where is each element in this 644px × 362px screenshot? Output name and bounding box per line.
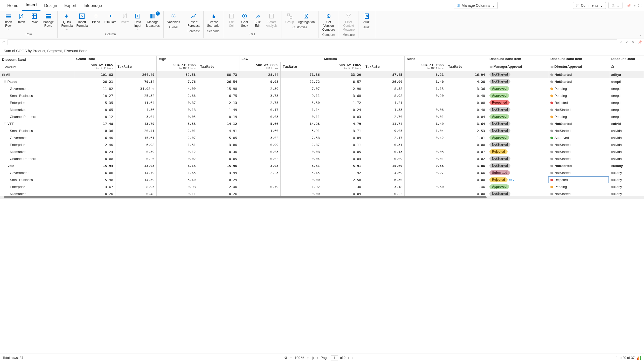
table-row[interactable]: Midmarket0.240.590.120.300.030.080.050.1… xyxy=(0,148,644,155)
expand-icon[interactable]: ⤢ xyxy=(620,40,623,44)
hdr-director[interactable]: ▭ DirectorApproval xyxy=(548,62,609,71)
director-approval-cell[interactable]: NotStarted xyxy=(548,141,609,148)
cell[interactable]: 1.30 xyxy=(322,183,363,190)
cell[interactable]: 0.31 xyxy=(363,141,405,148)
cell[interactable]: 0.20 xyxy=(405,92,446,99)
cell[interactable]: 3.36 xyxy=(446,85,487,92)
cell[interactable]: 2.13 xyxy=(198,99,239,106)
cell[interactable]: 14.59 xyxy=(115,176,156,183)
cell[interactable]: 0.07 xyxy=(446,148,487,155)
cell[interactable]: 2.90 xyxy=(322,85,363,92)
cell[interactable]: 4.56 xyxy=(115,106,156,113)
cell[interactable]: 5.66 xyxy=(239,120,281,127)
tab-design[interactable]: Design xyxy=(40,1,61,11)
cell[interactable]: 0.18 xyxy=(157,106,198,113)
simulate-button[interactable]: Simulate xyxy=(103,12,118,32)
cell[interactable]: 0.00 xyxy=(446,190,487,196)
create-scenario-button[interactable]: Create Scenario xyxy=(206,12,221,29)
manager-approval-cell[interactable]: NotStarted xyxy=(487,155,548,162)
cell[interactable]: 20.41 xyxy=(115,127,156,134)
director-approval-cell[interactable]: Pending xyxy=(548,92,609,99)
audit-button[interactable]: Audit xyxy=(361,12,373,25)
hdr-taxrate[interactable]: TaxRate xyxy=(198,62,239,71)
cell[interactable]: 0.24 xyxy=(74,148,115,155)
table-row[interactable]: Small Business8.3620.412.014.911.603.913… xyxy=(0,127,644,134)
cell[interactable]: 3.64 xyxy=(446,120,487,127)
cell[interactable]: 0.11 xyxy=(281,113,322,120)
cell[interactable]: 0.48 xyxy=(115,190,156,196)
cell[interactable]: 0.05 xyxy=(322,148,363,155)
cell[interactable]: 3.03 xyxy=(239,162,281,169)
cell[interactable]: 14.28 xyxy=(281,120,322,127)
cell[interactable]: 0.42 xyxy=(405,134,446,141)
cell[interactable]: 88.73 xyxy=(198,71,239,78)
cell[interactable]: 34.98 ✎ xyxy=(115,85,156,92)
comments-button[interactable]: + Comments ⌄ xyxy=(573,2,606,9)
cell[interactable]: 0.08 xyxy=(281,148,322,155)
table-row[interactable]: Government11.8234.98 ✎4.0015.982.397.072… xyxy=(0,85,644,92)
cell[interactable]: 32.58 xyxy=(157,71,198,78)
tab-infobridge[interactable]: Infobridge xyxy=(80,1,106,11)
cell[interactable]: 0.02 xyxy=(157,155,198,162)
hdr-taxrate[interactable]: TaxRate xyxy=(363,62,405,71)
cell[interactable]: 6.21 xyxy=(405,71,446,78)
manager-approval-cell[interactable]: Approved xyxy=(487,134,548,141)
table-row[interactable]: Paseo28.2179.547.7626.549.0822.728.5726.… xyxy=(0,78,644,85)
cell[interactable]: 11.64 xyxy=(115,99,156,106)
cell[interactable]: 6.75 xyxy=(198,92,239,99)
cell[interactable]: 2.17 xyxy=(363,134,405,141)
cell[interactable]: 1.60 xyxy=(239,127,281,134)
cell[interactable]: 5.05 xyxy=(198,134,239,141)
cell[interactable]: 15.69 xyxy=(363,162,405,169)
director-approval-cell[interactable]: Approved xyxy=(548,134,609,141)
cell[interactable]: 4.91 xyxy=(198,127,239,134)
cell[interactable]: 87.45 xyxy=(363,71,405,78)
cell[interactable]: 2.40 xyxy=(74,141,115,148)
director-approval-cell[interactable]: Pending xyxy=(548,183,609,190)
manager-approval-cell[interactable]: Approved xyxy=(487,85,548,92)
cell[interactable]: 11.82 xyxy=(74,85,115,92)
cell[interactable]: 5.91 xyxy=(322,162,363,169)
hdr-sumcogs[interactable]: Sum of COGSin Millions xyxy=(74,62,115,71)
table-row[interactable]: Government6.0614.791.633.992.235.451.924… xyxy=(0,169,644,176)
cell[interactable]: 1.04 xyxy=(405,127,446,134)
hdr-taxrate[interactable]: TaxRate xyxy=(446,62,487,71)
formula-input[interactable] xyxy=(8,39,617,45)
cell[interactable]: 3.67 xyxy=(74,183,115,190)
insert-forecast-button[interactable]: Insert Forecast xyxy=(186,12,201,29)
cell[interactable]: 43.79 xyxy=(115,120,156,127)
aggregation-button[interactable]: Aggregation xyxy=(296,12,316,25)
director-approval-cell[interactable]: NotStarted xyxy=(548,190,609,196)
cell[interactable] xyxy=(405,99,446,106)
cell[interactable]: 71.36 xyxy=(281,71,322,78)
invert-button[interactable]: Invert xyxy=(15,12,27,32)
cell[interactable]: 101.83 xyxy=(74,71,115,78)
pin-icon[interactable]: 📌 xyxy=(638,40,642,44)
manager-approval-cell[interactable]: NotStarted xyxy=(487,162,548,169)
cell[interactable]: 5.30 xyxy=(281,99,322,106)
manager-approval-cell[interactable]: Approved xyxy=(487,183,548,190)
cell[interactable]: 2.23 xyxy=(239,169,281,176)
cell[interactable]: 0.12 xyxy=(157,148,198,155)
cell[interactable]: 2.66 xyxy=(157,92,198,99)
ribbon-collapse-icon[interactable]: ⌄ xyxy=(639,33,642,37)
hdr-none[interactable]: None xyxy=(405,56,487,62)
cell[interactable]: 4.28 xyxy=(446,78,487,85)
manager-approval-cell[interactable]: NotStarted xyxy=(487,190,548,196)
cell[interactable]: 14.79 xyxy=(115,169,156,176)
filter-icon[interactable]: ≡ xyxy=(633,4,635,8)
cell[interactable]: 0.03 xyxy=(405,148,446,155)
cell[interactable]: 6.06 xyxy=(74,169,115,176)
director-approval-cell[interactable]: NotStarted xyxy=(548,169,609,176)
director-approval-cell[interactable]: NotStarted xyxy=(548,155,609,162)
director-approval-cell[interactable]: NotStarted xyxy=(548,78,609,85)
cell[interactable]: 264.49 xyxy=(115,71,156,78)
cell[interactable]: 3.40 xyxy=(157,176,198,183)
data-input-button[interactable]: Data Input⌄ xyxy=(131,12,144,32)
cell[interactable]: 0.02 xyxy=(239,155,281,162)
table-row[interactable]: Midmarket0.654.560.181.490.171.140.241.5… xyxy=(0,106,644,113)
cell[interactable]: 4.79 xyxy=(322,120,363,127)
horizontal-scrollbar[interactable] xyxy=(0,196,644,199)
cell[interactable]: 10.27 xyxy=(74,92,115,99)
hdr-sumcogs[interactable]: Sum of COGSin Millions xyxy=(157,62,198,71)
